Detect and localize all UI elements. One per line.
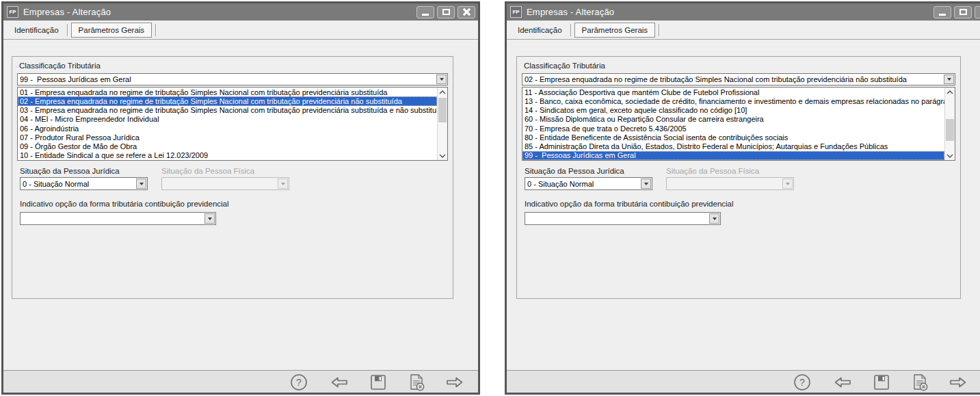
- list-item[interactable]: 14 - Sindicatos em geral, exceto aquele …: [522, 106, 944, 115]
- scrollbar-thumb[interactable]: [438, 98, 447, 122]
- minimize-button[interactable]: [933, 6, 951, 18]
- dropdown-button[interactable]: [436, 75, 447, 84]
- combobox-value: 99 - Pessoas Jurídicas em Geral: [20, 74, 435, 85]
- list-item-selected[interactable]: 02 - Empresa enquadrada no regime de tri…: [18, 96, 437, 105]
- help-button[interactable]: ?: [793, 373, 812, 392]
- combobox-value: [669, 178, 781, 189]
- list-item[interactable]: 11 - Associação Desportiva que mantém Cl…: [522, 88, 944, 96]
- cancel-button[interactable]: [407, 373, 426, 392]
- chevron-down-icon: [947, 78, 951, 81]
- chevron-down-icon: [713, 217, 717, 220]
- classificacao-dropdown-list: 11 - Associação Desportiva que mantém Cl…: [522, 87, 955, 161]
- help-button[interactable]: ?: [289, 373, 308, 392]
- list-item[interactable]: 03 - Empresa enquadrada no regime de tri…: [18, 106, 437, 115]
- minimize-icon: [422, 14, 429, 16]
- tab-bar: Identificação Parâmetros Gerais: [507, 21, 980, 40]
- save-button[interactable]: [872, 373, 891, 392]
- dropdown-button[interactable]: [204, 213, 215, 224]
- list-item[interactable]: 06 - Agroindústria: [18, 124, 437, 133]
- tab-identificacao[interactable]: Identificação: [511, 23, 569, 37]
- back-button[interactable]: [330, 373, 349, 392]
- list-item[interactable]: 04 - MEI - Micro Empreendedor Individual: [18, 115, 437, 124]
- scroll-down-icon[interactable]: [945, 151, 955, 160]
- classificacao-dropdown-list: 01 - Empresa enquadrada no regime de tri…: [17, 87, 448, 161]
- parametros-groupbox: Classificação Tributária 99 - Pessoas Ju…: [12, 56, 453, 299]
- window-empresas-alteracao-right: FP Empresas - Alteração Identificação Pa…: [505, 1, 980, 395]
- situacao-pj-label: Situação da Pessoa Jurídica: [525, 167, 624, 175]
- tab-separator: [570, 24, 571, 36]
- combobox-value: 0 - Situação Normal: [527, 178, 639, 189]
- save-button[interactable]: [369, 373, 388, 392]
- tab-identificacao[interactable]: Identificação: [8, 23, 66, 37]
- combobox-value: [23, 213, 203, 224]
- situacao-pj-combobox[interactable]: 0 - Situação Normal: [525, 177, 652, 190]
- titlebar[interactable]: FP Empresas - Alteração: [3, 3, 478, 21]
- chevron-down-icon: [644, 183, 648, 185]
- tab-parametros-gerais[interactable]: Parâmetros Gerais: [574, 23, 656, 38]
- situacao-pf-combobox: [666, 177, 794, 190]
- chevron-down-icon: [140, 183, 144, 185]
- forward-button[interactable]: [949, 373, 968, 392]
- vertical-scrollbar[interactable]: [437, 88, 447, 160]
- chevron-down-icon: [208, 217, 212, 220]
- window-title: Empresas - Alteração: [23, 7, 416, 17]
- close-icon: [463, 8, 471, 16]
- app-fp-icon: FP: [7, 6, 18, 18]
- window-empresas-alteracao-left: FP Empresas - Alteração Identificação Pa…: [1, 1, 480, 395]
- minimize-button[interactable]: [416, 6, 434, 18]
- back-button[interactable]: [833, 373, 852, 392]
- window-title: Empresas - Alteração: [527, 7, 933, 17]
- dropdown-button[interactable]: [641, 179, 651, 189]
- list-item[interactable]: 85 - Administração Direta da União, Esta…: [522, 142, 944, 151]
- indicativo-label: Indicativo opção da forma tributária con…: [525, 200, 734, 208]
- scroll-up-icon[interactable]: [438, 88, 447, 96]
- tab-parametros-gerais[interactable]: Parâmetros Gerais: [71, 23, 153, 38]
- dropdown-options: 01 - Empresa enquadrada no regime de tri…: [18, 88, 437, 160]
- classificacao-tributaria-label: Classificação Tributária: [19, 62, 101, 70]
- toolbar: ?: [507, 370, 980, 393]
- scroll-down-icon[interactable]: [438, 151, 447, 160]
- forward-button[interactable]: [445, 373, 464, 392]
- situacao-pj-label: Situação da Pessoa Jurídica: [20, 167, 120, 175]
- toolbar: ?: [3, 370, 478, 393]
- maximize-icon: [959, 9, 967, 15]
- titlebar[interactable]: FP Empresas - Alteração: [507, 3, 980, 21]
- situacao-pf-label: Situação da Pessoa Física: [666, 167, 759, 175]
- list-item[interactable]: 60 - Missão Diplomática ou Repartição Co…: [522, 115, 944, 124]
- scroll-up-icon[interactable]: [945, 88, 955, 96]
- cancel-button[interactable]: [910, 373, 929, 392]
- close-button[interactable]: [975, 6, 980, 18]
- list-item[interactable]: 07 - Produtor Rural Pessoa Jurídica: [18, 133, 437, 142]
- tab-bar: Identificação Parâmetros Gerais: [3, 21, 478, 40]
- tab-separator: [659, 24, 659, 36]
- classificacao-tributaria-combobox[interactable]: 02 - Empresa enquadrada no regime de tri…: [522, 73, 955, 85]
- scrollbar-thumb[interactable]: [946, 119, 954, 141]
- combobox-value: 0 - Situação Normal: [23, 178, 135, 189]
- list-item[interactable]: 80 - Entidade Beneficente de Assistência…: [522, 133, 944, 142]
- chevron-down-icon: [440, 78, 444, 81]
- classificacao-tributaria-combobox[interactable]: 99 - Pessoas Jurídicas em Geral: [17, 73, 448, 85]
- combobox-value: 02 - Empresa enquadrada no regime de tri…: [525, 74, 942, 85]
- list-item-selected[interactable]: 99 - Pessoas Jurídicas em Geral: [522, 151, 944, 160]
- list-item[interactable]: 01 - Empresa enquadrada no regime de tri…: [18, 88, 437, 96]
- dropdown-button[interactable]: [709, 213, 719, 224]
- combobox-value: [164, 178, 276, 189]
- maximize-button[interactable]: [437, 6, 455, 18]
- minimize-icon: [939, 14, 946, 16]
- dropdown-button[interactable]: [944, 75, 954, 84]
- vertical-scrollbar[interactable]: [944, 88, 955, 160]
- list-item[interactable]: 10 - Entidade Sindical a que se refere a…: [18, 151, 437, 160]
- list-item[interactable]: 13 - Banco, caixa econômica, sociedade d…: [522, 96, 944, 105]
- indicativo-combobox[interactable]: [525, 212, 721, 225]
- maximize-button[interactable]: [954, 6, 972, 18]
- indicativo-combobox[interactable]: [20, 212, 216, 225]
- list-item[interactable]: 09 - Órgão Gestor de Mão de Obra: [18, 142, 437, 151]
- situacao-pf-combobox: [161, 177, 289, 190]
- close-button[interactable]: [458, 6, 475, 18]
- svg-text:?: ?: [296, 377, 302, 388]
- list-item[interactable]: 70 - Empresa de que trata o Decreto 5.43…: [522, 124, 944, 133]
- situacao-pj-combobox[interactable]: 0 - Situação Normal: [20, 177, 148, 190]
- situacao-pf-label: Situação da Pessoa Física: [161, 167, 254, 175]
- dropdown-button[interactable]: [136, 179, 146, 189]
- dropdown-button: [782, 179, 793, 189]
